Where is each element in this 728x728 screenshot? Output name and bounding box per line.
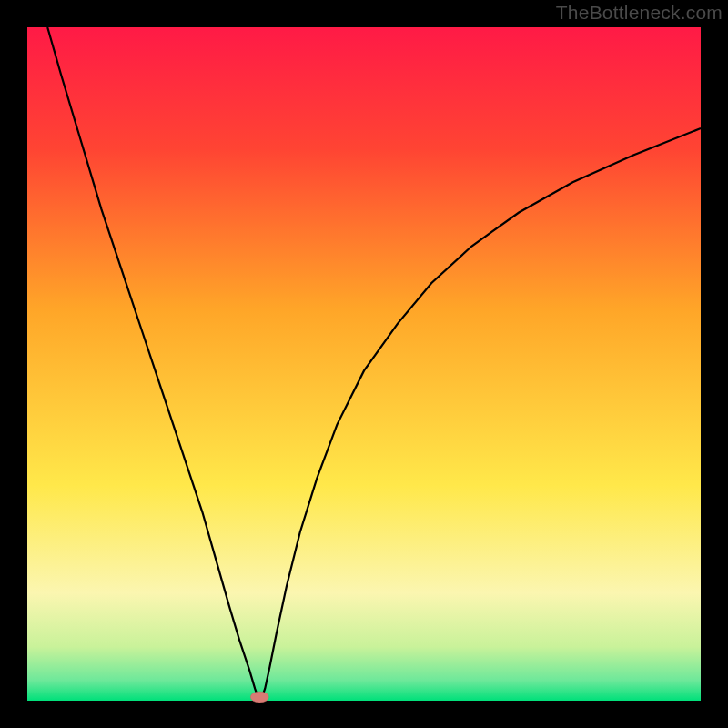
plot-background (27, 27, 701, 701)
optimal-marker (250, 692, 268, 703)
bottleneck-chart (0, 0, 728, 728)
chart-container: TheBottleneck.com (0, 0, 728, 728)
watermark-text: TheBottleneck.com (556, 2, 723, 24)
